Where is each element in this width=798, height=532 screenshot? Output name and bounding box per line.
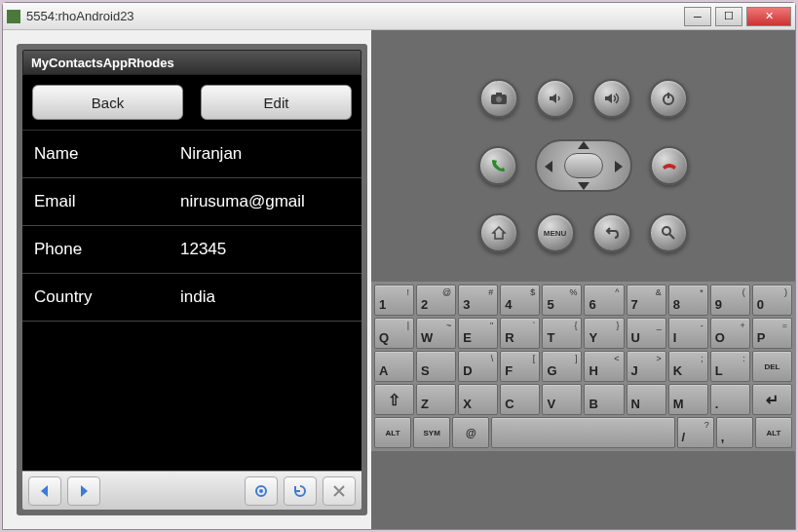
key-row-3: ASD\F[G]H<J>K;L:DEL bbox=[374, 351, 792, 382]
menu-hw-button[interactable]: MENU bbox=[536, 213, 575, 252]
dpad-right[interactable] bbox=[615, 161, 623, 172]
contact-detail: Name Niranjan Email nirusuma@gmail Phone… bbox=[22, 131, 361, 471]
key-T[interactable]: T{ bbox=[542, 318, 582, 349]
dpad-up[interactable] bbox=[578, 141, 589, 149]
call-button[interactable] bbox=[478, 146, 517, 185]
key-row-5: ALT SYM @ /? , ALT bbox=[374, 417, 792, 448]
maximize-button[interactable]: ☐ bbox=[715, 7, 742, 26]
key-B[interactable]: B bbox=[584, 384, 624, 415]
refresh-button[interactable] bbox=[284, 476, 317, 506]
row-email: Email nirusuma@gmail bbox=[22, 178, 361, 226]
label-name: Name bbox=[34, 144, 180, 164]
key-U[interactable]: U_ bbox=[627, 318, 666, 349]
key-D[interactable]: D\ bbox=[458, 351, 498, 382]
nav-back-button[interactable] bbox=[28, 476, 61, 506]
value-name: Niranjan bbox=[180, 144, 350, 164]
key-1[interactable]: 1! bbox=[374, 285, 414, 316]
key-C[interactable]: C bbox=[500, 384, 540, 415]
home-button[interactable] bbox=[245, 476, 278, 506]
key-O[interactable]: O+ bbox=[710, 318, 750, 349]
key-J[interactable]: J> bbox=[627, 351, 666, 382]
volume-down-button[interactable] bbox=[536, 79, 575, 118]
key-M[interactable]: M bbox=[668, 384, 708, 415]
key-3[interactable]: 3# bbox=[458, 285, 498, 316]
window-title: 5554:rhoAndroid23 bbox=[26, 9, 680, 23]
key-N[interactable]: N bbox=[627, 384, 666, 415]
dpad-down[interactable] bbox=[578, 182, 589, 190]
key-6[interactable]: 6^ bbox=[584, 285, 624, 316]
key-S[interactable]: S bbox=[416, 351, 456, 382]
label-country: Country bbox=[34, 287, 180, 307]
key-row-1: 1!2@3#4$5%6^7&8*9(0) bbox=[374, 285, 792, 316]
power-button[interactable] bbox=[649, 79, 688, 118]
app-title: MyContactsAppRhodes bbox=[22, 50, 361, 75]
key-F[interactable]: F[ bbox=[500, 351, 540, 382]
key-H[interactable]: H< bbox=[584, 351, 624, 382]
back-hw-button[interactable] bbox=[592, 213, 631, 252]
search-hw-button[interactable] bbox=[649, 213, 688, 252]
svg-point-7 bbox=[663, 227, 670, 235]
key-9[interactable]: 9( bbox=[710, 285, 750, 316]
key-A[interactable]: A bbox=[374, 351, 414, 382]
hardware-pane: MENU 1!2@3#4$5%6^7&8*9(0) Q|W~E"R`T{Y}U_… bbox=[371, 30, 795, 529]
value-email: nirusuma@gmail bbox=[180, 192, 350, 211]
key-7[interactable]: 7& bbox=[627, 285, 666, 316]
row-phone: Phone 12345 bbox=[22, 226, 361, 274]
key-slash[interactable]: /? bbox=[677, 417, 714, 448]
control-row-1 bbox=[479, 79, 688, 118]
key-G[interactable]: G] bbox=[542, 351, 582, 382]
key-2[interactable]: 2@ bbox=[416, 285, 456, 316]
control-row-2 bbox=[478, 132, 689, 200]
key-4[interactable]: 4$ bbox=[500, 285, 540, 316]
svg-rect-4 bbox=[496, 93, 502, 95]
key-I[interactable]: I- bbox=[668, 318, 708, 349]
key-⇧[interactable]: ⇧ bbox=[374, 384, 414, 415]
key-row-2: Q|W~E"R`T{Y}U_I-O+P= bbox=[374, 318, 792, 349]
key-comma[interactable]: , bbox=[716, 417, 753, 448]
key-8[interactable]: 8* bbox=[668, 285, 708, 316]
label-phone: Phone bbox=[34, 240, 180, 259]
key-row-4: ⇧ZXCVBNM.↵ bbox=[374, 384, 792, 415]
svg-point-1 bbox=[259, 489, 263, 493]
key-DEL[interactable]: DEL bbox=[752, 351, 792, 382]
key-space[interactable] bbox=[491, 417, 674, 448]
close-button[interactable]: ✕ bbox=[746, 7, 791, 26]
control-panel: MENU bbox=[371, 59, 795, 282]
key-alt-right[interactable]: ALT bbox=[755, 417, 792, 448]
key-.[interactable]: . bbox=[710, 384, 750, 415]
key-V[interactable]: V bbox=[542, 384, 582, 415]
dpad-center[interactable] bbox=[564, 153, 603, 178]
volume-up-button[interactable] bbox=[592, 79, 631, 118]
svg-line-8 bbox=[669, 234, 674, 239]
key-P[interactable]: P= bbox=[752, 318, 792, 349]
phone-screen: MyContactsAppRhodes Back Edit Name Niran… bbox=[17, 44, 367, 515]
svg-point-3 bbox=[496, 96, 502, 102]
key-0[interactable]: 0) bbox=[752, 285, 792, 316]
key-alt-left[interactable]: ALT bbox=[374, 417, 411, 448]
control-row-3: MENU bbox=[479, 213, 688, 252]
edit-button[interactable]: Edit bbox=[201, 85, 352, 120]
dpad-left[interactable] bbox=[545, 161, 552, 172]
minimize-button[interactable]: ─ bbox=[684, 7, 711, 26]
key-R[interactable]: R` bbox=[500, 318, 540, 349]
key-5[interactable]: 5% bbox=[542, 285, 582, 316]
key-Q[interactable]: Q| bbox=[374, 318, 414, 349]
camera-button[interactable] bbox=[479, 79, 518, 118]
key-sym[interactable]: SYM bbox=[413, 417, 450, 448]
nav-forward-button[interactable] bbox=[67, 476, 100, 506]
key-↵[interactable]: ↵ bbox=[752, 384, 792, 415]
key-K[interactable]: K; bbox=[668, 351, 708, 382]
key-L[interactable]: L: bbox=[710, 351, 750, 382]
key-at[interactable]: @ bbox=[452, 417, 489, 448]
key-E[interactable]: E" bbox=[458, 318, 498, 349]
tools-button[interactable] bbox=[323, 476, 356, 506]
key-W[interactable]: W~ bbox=[416, 318, 456, 349]
key-Z[interactable]: Z bbox=[416, 384, 456, 415]
dpad bbox=[535, 132, 632, 200]
key-Y[interactable]: Y} bbox=[584, 318, 624, 349]
value-country: india bbox=[180, 287, 350, 307]
end-call-button[interactable] bbox=[650, 146, 689, 185]
home-hw-button[interactable] bbox=[479, 213, 518, 252]
key-X[interactable]: X bbox=[458, 384, 498, 415]
back-button[interactable]: Back bbox=[32, 85, 183, 120]
